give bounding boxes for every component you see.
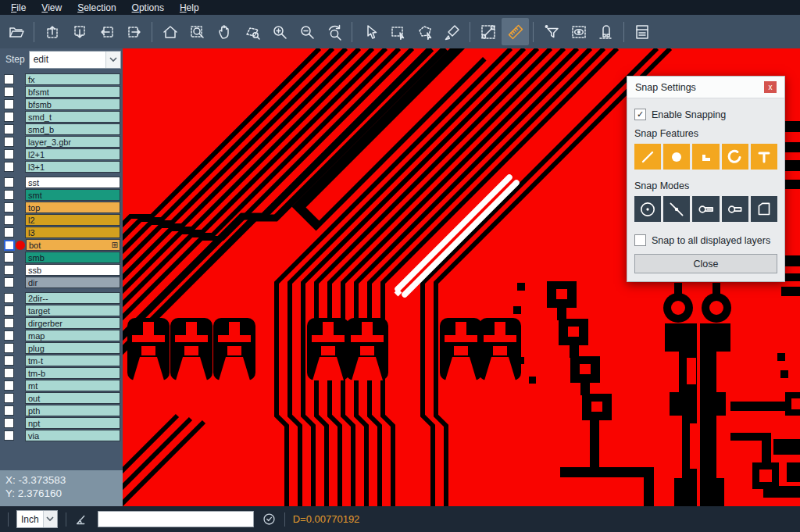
- layer-row[interactable]: dirgerber: [0, 317, 123, 329]
- zoom-area-button[interactable]: [184, 18, 211, 45]
- layer-visibility-checkbox[interactable]: [4, 99, 14, 109]
- layer-visibility-checkbox[interactable]: [4, 137, 14, 147]
- layer-row[interactable]: sst: [0, 177, 123, 188]
- layer-visibility-checkbox[interactable]: [4, 74, 14, 84]
- select-polygon-button[interactable]: [411, 18, 438, 45]
- pan-left-button[interactable]: [93, 18, 120, 45]
- menu-file[interactable]: File: [3, 1, 34, 15]
- layer-row[interactable]: bfsmb: [0, 98, 123, 110]
- zoom-home-button[interactable]: [156, 18, 184, 45]
- menu-options[interactable]: Options: [124, 1, 172, 15]
- layer-row[interactable]: plug: [0, 342, 123, 354]
- layer-visibility-checkbox[interactable]: [4, 215, 14, 225]
- layer-visibility-checkbox[interactable]: [4, 177, 14, 187]
- zoom-object-button[interactable]: [238, 18, 266, 45]
- layer-row[interactable]: map: [0, 330, 123, 341]
- layer-row[interactable]: smd_b: [0, 123, 123, 135]
- pan-right-button[interactable]: [120, 18, 148, 45]
- layer-row[interactable]: pth: [0, 405, 123, 416]
- zoom-in-button[interactable]: [266, 18, 293, 45]
- layer-row[interactable]: smb: [0, 252, 123, 263]
- filter-button[interactable]: [538, 18, 565, 45]
- layer-row[interactable]: tm-t: [0, 355, 123, 366]
- layer-visibility-checkbox[interactable]: [4, 318, 14, 328]
- snap-feature-circle-button[interactable]: [663, 144, 690, 170]
- layer-visibility-checkbox[interactable]: [4, 343, 14, 353]
- layer-visibility-checkbox[interactable]: [4, 355, 14, 366]
- angle-mode-button[interactable]: [74, 512, 90, 527]
- close-button[interactable]: Close: [634, 254, 777, 273]
- layer-row[interactable]: ssb: [0, 264, 123, 276]
- layer-row-active[interactable]: bot⊞: [0, 239, 123, 251]
- snap-mode-slot-left-button[interactable]: [692, 196, 719, 222]
- menu-help[interactable]: Help: [172, 1, 207, 15]
- layer-visibility-checkbox[interactable]: [4, 124, 14, 134]
- select-cursor-button[interactable]: [356, 18, 384, 45]
- layer-visibility-checkbox[interactable]: [4, 305, 14, 316]
- layer-row[interactable]: smt: [0, 189, 123, 201]
- snap-feature-corner-button[interactable]: [692, 144, 719, 170]
- layer-row[interactable]: npt: [0, 417, 123, 429]
- menu-selection[interactable]: Selection: [70, 1, 123, 15]
- layer-visibility-checkbox[interactable]: [4, 112, 14, 122]
- snap-all-layers-checkbox[interactable]: [634, 234, 646, 246]
- command-input[interactable]: [98, 511, 254, 527]
- layer-visibility-checkbox[interactable]: [4, 202, 14, 212]
- snap-button[interactable]: [592, 18, 620, 45]
- layer-visibility-checkbox[interactable]: [4, 368, 14, 378]
- layer-visibility-checkbox[interactable]: [4, 393, 14, 403]
- layer-row[interactable]: out: [0, 392, 123, 404]
- apply-button[interactable]: [262, 512, 277, 527]
- layer-visibility-checkbox[interactable]: [4, 87, 14, 97]
- layer-visibility-checkbox[interactable]: [4, 330, 14, 341]
- layer-visibility-checkbox[interactable]: [4, 252, 14, 262]
- snap-mode-midpoint-button[interactable]: [663, 196, 690, 222]
- layer-visibility-checkbox[interactable]: [4, 277, 14, 287]
- layer-row[interactable]: dir: [0, 277, 123, 288]
- snap-feature-line-button[interactable]: [634, 144, 661, 170]
- layer-visibility-checkbox[interactable]: [4, 430, 14, 441]
- open-file-button[interactable]: [2, 18, 30, 45]
- dialog-close-button[interactable]: x: [764, 81, 777, 93]
- layer-visibility-checkbox[interactable]: [4, 240, 15, 251]
- layer-visibility-checkbox[interactable]: [4, 380, 14, 391]
- layer-row[interactable]: tm-b: [0, 367, 123, 379]
- layer-row[interactable]: l2+1: [0, 148, 123, 160]
- snap-all-layers-row[interactable]: Snap to all displayed layers: [634, 234, 777, 246]
- select-rectangle-button[interactable]: [384, 18, 411, 45]
- zoom-out-button[interactable]: [293, 18, 320, 45]
- pan-down-button[interactable]: [66, 18, 93, 45]
- layer-row[interactable]: target: [0, 305, 123, 316]
- snap-feature-arc-button[interactable]: [722, 144, 748, 170]
- snap-feature-text-button[interactable]: [751, 144, 777, 170]
- layer-row[interactable]: 2dir--: [0, 292, 123, 304]
- layer-visibility-checkbox[interactable]: [4, 418, 14, 428]
- layer-row[interactable]: via: [0, 430, 123, 441]
- report-button[interactable]: [628, 18, 655, 45]
- layer-visibility-checkbox[interactable]: [4, 265, 14, 275]
- pcb-canvas[interactable]: Snap Settings x ✓ Enable Snapping Snap F…: [123, 48, 800, 506]
- menu-view[interactable]: View: [34, 1, 70, 15]
- layer-row[interactable]: l3+1: [0, 161, 123, 173]
- snap-mode-slot-right-button[interactable]: [722, 196, 748, 222]
- layer-visibility-checkbox[interactable]: [4, 190, 14, 200]
- view-options-button[interactable]: [565, 18, 592, 45]
- layer-row[interactable]: top: [0, 202, 123, 213]
- measure-distance-button[interactable]: [474, 18, 502, 45]
- pan-up-button[interactable]: [38, 18, 66, 45]
- layer-row[interactable]: l3: [0, 227, 123, 238]
- layer-row[interactable]: mt: [0, 380, 123, 391]
- select-brush-button[interactable]: [438, 18, 466, 45]
- snap-mode-center-button[interactable]: [634, 196, 661, 222]
- snap-mode-contour-button[interactable]: [751, 196, 777, 222]
- enable-snapping-row[interactable]: ✓ Enable Snapping: [634, 109, 777, 120]
- layer-visibility-checkbox[interactable]: [4, 227, 14, 237]
- layer-visibility-checkbox[interactable]: [4, 405, 14, 416]
- layer-row[interactable]: fx: [0, 73, 123, 85]
- chevron-down-icon[interactable]: [43, 511, 57, 527]
- zoom-previous-button[interactable]: [320, 18, 348, 45]
- dialog-titlebar[interactable]: Snap Settings x: [627, 77, 784, 98]
- pan-hand-button[interactable]: [211, 18, 238, 45]
- layer-visibility-checkbox[interactable]: [4, 293, 14, 303]
- measure-ruler-button[interactable]: [502, 18, 529, 45]
